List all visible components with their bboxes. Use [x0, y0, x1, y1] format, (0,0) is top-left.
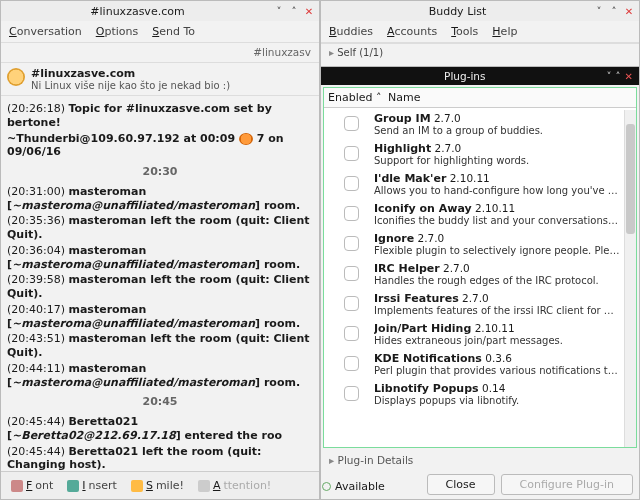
plugin-enable-checkbox[interactable]	[328, 112, 374, 136]
close-icon[interactable]: ✕	[625, 71, 633, 82]
chat-log[interactable]: (20:26:18) Topic for #linuxzasve.com set…	[1, 96, 319, 471]
close-icon[interactable]: ✕	[623, 5, 635, 17]
plugin-row[interactable]: IRC Helper 2.7.0Handles the rough edges …	[324, 260, 624, 290]
plugin-name: Ignore 2.7.0	[374, 232, 620, 245]
plugin-desc: Support for highlighting words.	[374, 155, 620, 166]
minimize-icon[interactable]: ˅	[607, 71, 612, 82]
toolbar-icon	[11, 480, 23, 492]
menu-conversation[interactable]: Conversation	[9, 25, 82, 38]
plugin-row[interactable]: Group IM 2.7.0Send an IM to a group of b…	[324, 110, 624, 140]
menu-send-to[interactable]: Send To	[152, 25, 195, 38]
scrollbar[interactable]	[624, 110, 636, 447]
conv-tab[interactable]: #linuxzasv	[1, 43, 319, 63]
close-button[interactable]: Close	[427, 474, 495, 495]
plugins-title: Plug-ins	[327, 70, 603, 82]
plugin-name: Highlight 2.7.0	[374, 142, 620, 155]
minimize-icon[interactable]: ˅	[273, 5, 285, 17]
plugin-desc: Allows you to hand-configure how long yo…	[374, 185, 620, 196]
channel-icon	[7, 68, 25, 86]
toolbar-font[interactable]: Font	[7, 477, 57, 494]
plugins-titlebar[interactable]: Plug-ins ˅ ˄ ✕	[321, 67, 639, 85]
plugin-desc: Send an IM to a group of buddies.	[374, 125, 620, 136]
plugin-enable-checkbox[interactable]	[328, 322, 374, 346]
plugin-enable-checkbox[interactable]	[328, 352, 374, 376]
plugin-enable-checkbox[interactable]	[328, 262, 374, 286]
plugin-row[interactable]: Irssi Features 2.7.0Implements features …	[324, 290, 624, 320]
plugin-enable-checkbox[interactable]	[328, 142, 374, 166]
menu-help[interactable]: Help	[492, 25, 517, 38]
conv-menubar: Conversation Options Send To	[1, 21, 319, 43]
toolbar-smile[interactable]: Smile!	[127, 477, 188, 494]
conv-topic: #linuxzasve.com Ni Linux više nije kao š…	[1, 63, 319, 96]
plugin-name: Irssi Features 2.7.0	[374, 292, 620, 305]
chat-line: (20:45:44) Beretta021 left the room (qui…	[7, 445, 313, 472]
plugin-enable-checkbox[interactable]	[328, 382, 374, 406]
plugin-row[interactable]: Iconify on Away 2.10.11Iconifies the bud…	[324, 200, 624, 230]
plugin-row[interactable]: I'dle Mak'er 2.10.11Allows you to hand-c…	[324, 170, 624, 200]
buddy-title: Buddy List	[325, 5, 590, 18]
plugin-enable-checkbox[interactable]	[328, 202, 374, 226]
plugin-name: I'dle Mak'er 2.10.11	[374, 172, 620, 185]
toolbar-icon	[131, 480, 143, 492]
chat-line: (20:31:00) masteroman [~masteroma@unaffi…	[7, 185, 313, 213]
chat-line: (20:40:17) masteroman [~masteroma@unaffi…	[7, 303, 313, 331]
maximize-icon[interactable]: ˄	[616, 71, 621, 82]
topic-title: #linuxzasve.com	[31, 67, 230, 80]
chat-line: (20:45:44) Beretta021 [~Beretta02@212.69…	[7, 415, 313, 443]
plugin-row[interactable]: Ignore 2.7.0Flexible plugin to selective…	[324, 230, 624, 260]
toolbar-attention: Attention!	[194, 477, 275, 494]
plugin-desc: Iconifies the buddy list and your conver…	[374, 215, 620, 226]
status-indicator[interactable]: Available	[322, 480, 385, 493]
plugin-desc: Implements features of the irssi IRC cli…	[374, 305, 620, 316]
plugins-header: Enabled ˄ Name	[324, 88, 636, 108]
chat-line: (20:36:04) masteroman [~masteroma@unaffi…	[7, 244, 313, 272]
conversation-window: #linuxzasve.com ˅ ˄ ✕ Conversation Optio…	[0, 0, 320, 500]
plugin-desc: Handles the rough edges of the IRC proto…	[374, 275, 620, 286]
conv-title: #linuxzasve.com	[5, 5, 270, 18]
chat-line: (20:39:58) masteroman left the room (qui…	[7, 273, 313, 301]
plugin-desc: Hides extraneous join/part messages.	[374, 335, 620, 346]
maximize-icon[interactable]: ˄	[288, 5, 300, 17]
menu-buddies[interactable]: Buddies	[329, 25, 373, 38]
chat-line: ~Thunderbi@109.60.97.192 at 00:09 7 on 0…	[7, 132, 313, 160]
plugin-row[interactable]: Libnotify Popups 0.14Displays popups via…	[324, 380, 624, 410]
plugin-enable-checkbox[interactable]	[328, 232, 374, 256]
chat-line: (20:43:51) masteroman left the room (qui…	[7, 332, 313, 360]
conv-titlebar[interactable]: #linuxzasve.com ˅ ˄ ✕	[1, 1, 319, 21]
menu-options[interactable]: Options	[96, 25, 138, 38]
chat-line: 20:30	[7, 165, 313, 179]
plugin-row[interactable]: KDE Notifications 0.3.6Perl plugin that …	[324, 350, 624, 380]
chat-line: (20:26:18) Topic for #linuxzasve.com set…	[7, 102, 313, 130]
plugin-name: IRC Helper 2.7.0	[374, 262, 620, 275]
plugin-enable-checkbox[interactable]	[328, 172, 374, 196]
status-text: Available	[335, 480, 385, 493]
col-enabled[interactable]: Enabled ˄	[328, 91, 388, 104]
toolbar-insert[interactable]: Insert	[63, 477, 121, 494]
plugin-name: Group IM 2.7.0	[374, 112, 620, 125]
plugin-desc: Perl plugin that provides various notifi…	[374, 365, 620, 376]
toolbar-icon	[67, 480, 79, 492]
plugin-name: Iconify on Away 2.10.11	[374, 202, 620, 215]
plugin-details-toggle[interactable]: Plug-in Details	[321, 450, 639, 470]
plugins-list: Enabled ˄ Name Group IM 2.7.0Send an IM …	[323, 87, 637, 448]
plugin-enable-checkbox[interactable]	[328, 292, 374, 316]
menu-accounts[interactable]: Accounts	[387, 25, 437, 38]
plugin-desc: Flexible plugin to selectively ignore pe…	[374, 245, 620, 256]
plugin-name: Libnotify Popups 0.14	[374, 382, 620, 395]
plugin-row[interactable]: Join/Part Hiding 2.10.11Hides extraneous…	[324, 320, 624, 350]
minimize-icon[interactable]: ˅	[593, 5, 605, 17]
plugin-name: Join/Part Hiding 2.10.11	[374, 322, 620, 335]
maximize-icon[interactable]: ˄	[608, 5, 620, 17]
chat-line: (20:44:11) masteroman [~masteroma@unaffi…	[7, 362, 313, 390]
buddy-group-self[interactable]: Self (1/1)	[321, 43, 639, 61]
buddy-menubar: Buddies Accounts Tools Help	[321, 21, 639, 43]
buddy-titlebar[interactable]: Buddy List ˅ ˄ ✕	[321, 1, 639, 21]
conv-toolbar: FontInsertSmile!Attention!	[1, 471, 319, 499]
plugin-row[interactable]: Highlight 2.7.0Support for highlighting …	[324, 140, 624, 170]
menu-tools[interactable]: Tools	[451, 25, 478, 38]
close-icon[interactable]: ✕	[303, 5, 315, 17]
col-name[interactable]: Name	[388, 91, 420, 104]
plugin-desc: Displays popups via libnotify.	[374, 395, 620, 406]
plugins-window: Plug-ins ˅ ˄ ✕ Enabled ˄ Name Group IM 2…	[320, 66, 640, 500]
scrollbar-thumb[interactable]	[626, 124, 635, 234]
